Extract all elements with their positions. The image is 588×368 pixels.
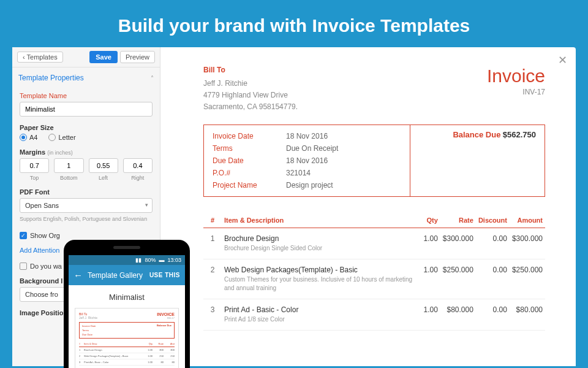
app-bar-title: Template Gallery (88, 271, 143, 280)
radio-selected-icon (20, 134, 27, 141)
template-name-display: Minimalist (75, 293, 179, 302)
sidebar-toolbar: Templates Save Preview (12, 47, 160, 67)
back-button[interactable]: Templates (17, 52, 63, 63)
chevron-up-icon: ˄ (151, 75, 154, 82)
bill-to-label: Bill To (203, 66, 298, 74)
line-items-table: # Item & Description Qty Rate Discount A… (203, 213, 545, 331)
margin-right-input[interactable] (123, 158, 153, 173)
phone-app-bar: ← Template Gallery USE THIS (69, 265, 185, 285)
margin-top-input[interactable] (20, 158, 49, 173)
checkbox-checked-icon (20, 232, 27, 239)
invoice-meta-box: Invoice Date18 Nov 2016 TermsDue On Rece… (203, 125, 545, 197)
template-name-input[interactable] (20, 102, 153, 117)
customer-name: Jeff J. Ritchie (203, 78, 298, 90)
checkbox-icon (20, 263, 27, 270)
line-item-row: 2 Web Design Packages(Template) - BasicC… (203, 259, 545, 299)
line-item-row: 1 Brochure DesignBrochure Design Single … (203, 228, 545, 259)
pdf-font-select[interactable]: Open Sans (20, 198, 153, 213)
signal-icon: ▮▮ (135, 257, 141, 263)
balance-due-label: Balance Due (453, 130, 500, 139)
paper-letter-option[interactable]: Letter (48, 134, 75, 141)
phone-speaker-icon (113, 246, 140, 249)
customer-addr2: Sacramento, CA 958154779. (203, 101, 298, 113)
back-arrow-icon[interactable]: ← (74, 270, 83, 280)
section-header[interactable]: Template Properties ˄ (12, 67, 160, 86)
use-this-button[interactable]: USE THIS (149, 272, 180, 278)
margin-left-input[interactable] (89, 158, 118, 173)
line-item-row: 3 Print Ad - Basic - ColorPrint Ad 1/8 s… (203, 299, 545, 330)
pdf-font-label: PDF Font (20, 188, 153, 196)
radio-icon (48, 134, 56, 141)
save-button[interactable]: Save (89, 51, 118, 63)
paper-size-label: Paper Size (20, 124, 153, 131)
template-name-label: Template Name (20, 92, 153, 99)
battery-icon: ▬ (159, 257, 164, 263)
customer-addr1: 4779 Highland View Drive (203, 90, 298, 101)
template-thumbnail[interactable]: Bill ToJeff J. Ritchie INVOICEINV-17 Inv… (75, 308, 179, 368)
phone-status-bar: ▮▮ 80% ▬ 13:03 (69, 255, 185, 265)
balance-due-value: $562.750 (503, 130, 536, 139)
invoice-title: Invoice (487, 66, 545, 86)
invoice-preview: Bill To Jeff J. Ritchie 4779 Highland Vi… (160, 47, 576, 366)
hero-title: Build your brand with Invoice Templates (0, 0, 588, 47)
phone-mockup: ▮▮ 80% ▬ 13:03 ← Template Gallery USE TH… (64, 240, 190, 368)
paper-a4-option[interactable]: A4 (20, 134, 37, 141)
close-icon[interactable]: ✕ (558, 53, 567, 67)
section-title: Template Properties (18, 74, 84, 82)
margin-bottom-input[interactable] (54, 158, 83, 173)
preview-button[interactable]: Preview (120, 51, 155, 63)
margins-label: Margins (in inches) (20, 148, 153, 156)
show-org-checkbox[interactable]: Show Org (20, 232, 153, 239)
font-hint: Supports English, Polish, Portuguese and… (20, 215, 153, 223)
invoice-number: INV-17 (487, 88, 545, 96)
